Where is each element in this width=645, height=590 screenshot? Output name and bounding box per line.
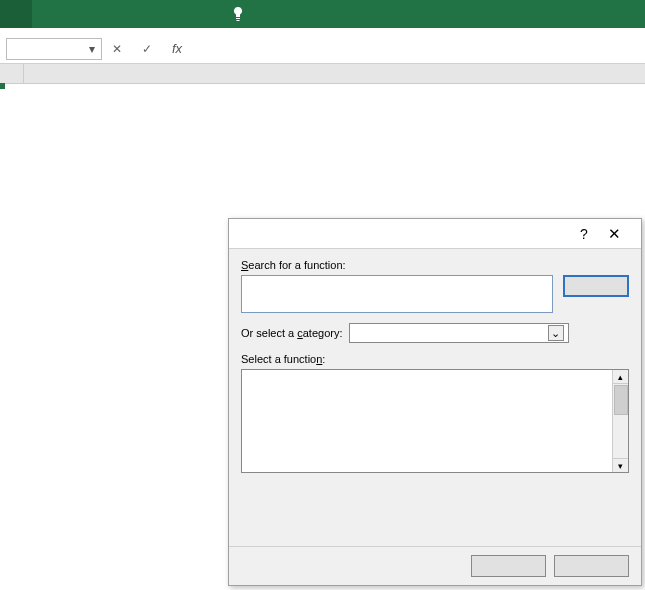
scroll-down-icon[interactable]: ▾ — [613, 458, 628, 472]
tab-file[interactable] — [0, 0, 32, 28]
formula-bar-row: ▾ ✕ ✓ fx — [0, 36, 645, 64]
select-function-label: Select a function: — [241, 353, 629, 365]
function-list[interactable]: ▴ ▾ — [241, 369, 629, 473]
spreadsheet-grid[interactable] — [0, 64, 645, 84]
dialog-close-button[interactable]: ✕ — [597, 225, 631, 243]
check-icon: ✓ — [142, 42, 152, 56]
tab-insert[interactable] — [60, 0, 88, 28]
lightbulb-icon — [232, 7, 244, 21]
tab-review[interactable] — [172, 0, 200, 28]
select-all-corner[interactable] — [0, 64, 24, 83]
ribbon — [0, 0, 645, 28]
tab-pagelayout[interactable] — [88, 0, 116, 28]
tab-home[interactable] — [32, 0, 60, 28]
category-label: Or select a category: — [241, 327, 343, 339]
chevron-down-icon: ▾ — [89, 42, 95, 56]
ok-button[interactable] — [471, 555, 546, 577]
tab-data[interactable] — [144, 0, 172, 28]
fx-icon: fx — [172, 41, 182, 56]
chevron-down-icon: ⌄ — [548, 325, 564, 341]
scroll-up-icon[interactable]: ▴ — [613, 370, 628, 384]
search-label-rest: earch for a function: — [248, 259, 345, 271]
question-icon: ? — [580, 226, 588, 242]
accept-formula-button[interactable]: ✓ — [132, 38, 162, 60]
tab-view[interactable] — [200, 0, 228, 28]
go-button[interactable] — [563, 275, 629, 297]
insert-function-dialog: ? ✕ Search for a function: Or select a c… — [228, 218, 642, 586]
scroll-thumb[interactable] — [614, 385, 628, 415]
x-icon: ✕ — [112, 42, 122, 56]
category-select[interactable]: ⌄ — [349, 323, 569, 343]
cancel-button[interactable] — [554, 555, 629, 577]
formula-input[interactable] — [192, 38, 645, 60]
close-icon: ✕ — [608, 225, 621, 242]
column-headers — [0, 64, 645, 84]
cancel-formula-button[interactable]: ✕ — [102, 38, 132, 60]
tab-formulas[interactable] — [116, 0, 144, 28]
tell-me[interactable] — [232, 7, 248, 21]
category-label-text: Or select a — [241, 327, 297, 339]
dialog-help-button[interactable]: ? — [571, 226, 597, 242]
search-label: Search for a function: — [241, 259, 629, 271]
search-input[interactable] — [241, 275, 553, 313]
insert-function-button[interactable]: fx — [162, 38, 192, 60]
dialog-titlebar[interactable]: ? ✕ — [229, 219, 641, 249]
name-box[interactable]: ▾ — [6, 38, 102, 60]
scrollbar[interactable]: ▴ ▾ — [612, 370, 628, 472]
active-cell-indicator — [0, 84, 4, 88]
